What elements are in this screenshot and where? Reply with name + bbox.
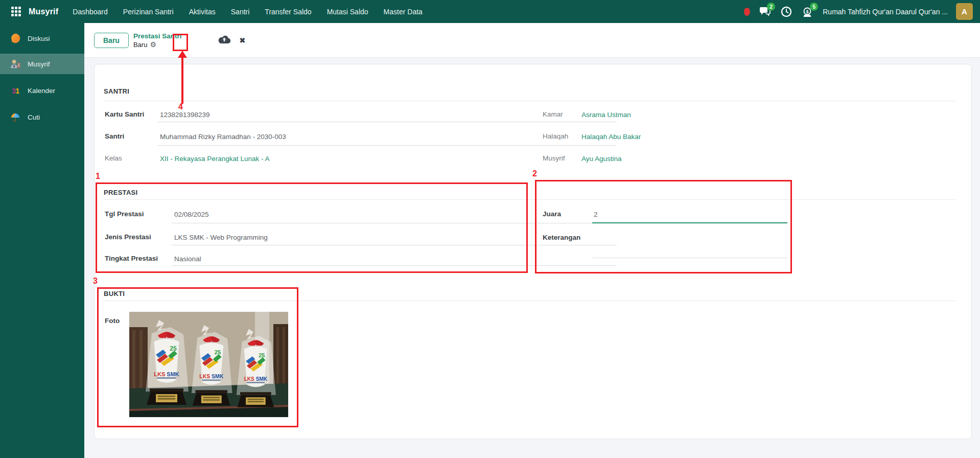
svg-text:25: 25 [170, 345, 177, 352]
nav-item-aktivitas[interactable]: Aktivitas [189, 8, 216, 16]
nav-item-dashboard[interactable]: Dashboard [73, 8, 108, 16]
input-underline [157, 145, 617, 146]
foto-image[interactable]: 25 LKS SMK [129, 312, 288, 417]
juara-label: Juara [543, 210, 561, 218]
musyrif-icon [9, 58, 21, 70]
tingkat-prestasi-label: Tingkat Prestasi [105, 255, 158, 262]
section-title-santri: SANTRI [104, 87, 129, 95]
messages-badge: 2 [767, 3, 775, 11]
sidebar-item-label: Cuti [28, 113, 40, 121]
santri-label: Santri [105, 132, 124, 140]
apps-grid-icon[interactable] [11, 7, 21, 17]
keterangan-label: Keterangan [543, 234, 580, 241]
juara-input[interactable]: 2 [594, 211, 598, 218]
halaqah-link[interactable]: Halaqah Abu Bakar [581, 133, 641, 141]
nav-item-perizinan-santri[interactable]: Perizinan Santri [123, 8, 174, 16]
input-underline [172, 245, 617, 245]
santri-input[interactable]: Muhammad Rizky Ramadhan - 2030-003 [160, 133, 286, 141]
section-title-bukti: BUKTI [104, 290, 125, 297]
calendar-icon: 31 [9, 84, 21, 97]
musyrif-label: Musyrif [543, 154, 565, 162]
halaqah-label: Halaqah [543, 132, 568, 140]
tingkat-prestasi-input[interactable]: Nasional [174, 255, 201, 263]
annotation-label-3: 3 [93, 277, 98, 286]
kartu-santri-input[interactable]: 1238281398239 [160, 111, 210, 119]
breadcrumb-bar: Baru Prestasi Santri Baru ⚙ ✖ [84, 23, 980, 58]
nav-item-santri[interactable]: Santri [231, 8, 250, 16]
musyrif-link[interactable]: Ayu Agustina [581, 155, 622, 163]
sidebar-item-label: Diskusi [28, 35, 50, 42]
gear-icon[interactable]: ⚙ [150, 40, 156, 49]
recording-indicator-icon [744, 8, 750, 16]
kartu-santri-label: Kartu Santri [105, 110, 144, 118]
kelas-label: Kelas [105, 154, 122, 162]
svg-text:$: $ [806, 9, 809, 14]
nav-item-transfer-saldo[interactable]: Transfer Saldo [265, 8, 311, 16]
svg-text:LKS SMK: LKS SMK [244, 376, 268, 382]
svg-text:25: 25 [259, 352, 265, 358]
kamar-label: Kamar [543, 110, 563, 118]
section-divider [104, 199, 956, 200]
jenis-prestasi-label: Jenis Prestasi [105, 233, 151, 241]
sidebar-item-diskusi[interactable]: Diskusi [0, 28, 84, 49]
form-view: SANTRI Kartu Santri 1238281398239 Santri… [84, 58, 980, 458]
svg-text:LKS SMK: LKS SMK [199, 374, 223, 379]
foto-label: Foto [105, 317, 120, 325]
breadcrumb: Prestasi Santri Baru ⚙ [133, 32, 182, 49]
kelas-link[interactable]: XII - Rekayasa Perangkat Lunak - A [160, 155, 270, 163]
input-underline [592, 258, 787, 258]
annotation-label-2: 2 [532, 169, 537, 178]
messages-icon[interactable]: 2 [758, 5, 772, 18]
company-switcher[interactable]: Rumah Tahfizh Qur'an Daarul Qur'an ... [823, 8, 948, 16]
cloud-save-icon[interactable] [218, 34, 230, 46]
input-underline [157, 122, 617, 122]
discard-icon[interactable]: ✖ [239, 36, 245, 44]
main-menu: Dashboard Perizinan Santri Aktivitas San… [73, 8, 423, 16]
sidebar-item-kalender[interactable]: 31 Kalender [0, 80, 84, 101]
saldo-icon[interactable]: $ 5 [801, 5, 814, 18]
top-navbar: Musyrif Dashboard Perizinan Santri Aktiv… [0, 0, 980, 23]
annotation-arrow-shaft [181, 57, 183, 104]
nav-item-master-data[interactable]: Master Data [384, 8, 423, 16]
sidebar-item-label: Kalender [28, 87, 55, 95]
sidebar-item-musyrif[interactable]: Musyrif [0, 54, 84, 74]
sidebar-item-cuti[interactable]: Cuti [0, 107, 84, 127]
nav-item-mutasi-saldo[interactable]: Mutasi Saldo [327, 8, 368, 16]
clock-icon[interactable] [780, 5, 793, 18]
input-underline-focused [592, 222, 787, 223]
svg-text:25: 25 [215, 349, 221, 355]
discuss-icon [9, 32, 21, 44]
annotation-label-4: 4 [178, 102, 183, 111]
app-title[interactable]: Musyrif [29, 7, 58, 16]
kamar-link[interactable]: Asrama Ustman [581, 111, 631, 119]
tgl-prestasi-input[interactable]: 02/08/2025 [174, 211, 209, 218]
umbrella-icon [9, 111, 21, 123]
tgl-prestasi-label: Tgl Prestasi [105, 210, 144, 218]
input-underline [172, 223, 617, 223]
breadcrumb-current: Baru [133, 40, 147, 49]
new-record-button[interactable]: Baru [94, 33, 129, 48]
annotation-label-1: 1 [96, 172, 100, 181]
section-divider [104, 301, 956, 301]
sidebar: Diskusi Musyrif 31 Kalender [0, 23, 84, 458]
input-underline [172, 265, 617, 266]
form-sheet: SANTRI Kartu Santri 1238281398239 Santri… [94, 64, 972, 439]
sidebar-item-label: Musyrif [28, 60, 50, 68]
section-title-prestasi: PRESTASI [104, 189, 137, 196]
jenis-prestasi-input[interactable]: LKS SMK - Web Programming [174, 234, 268, 241]
keterangan-input[interactable] [594, 234, 747, 255]
user-avatar[interactable]: A [956, 3, 973, 20]
section-divider [104, 101, 956, 101]
breadcrumb-parent-link[interactable]: Prestasi Santri [133, 32, 182, 40]
activities-badge: 5 [810, 3, 818, 11]
svg-text:LKS SMK: LKS SMK [154, 371, 179, 377]
